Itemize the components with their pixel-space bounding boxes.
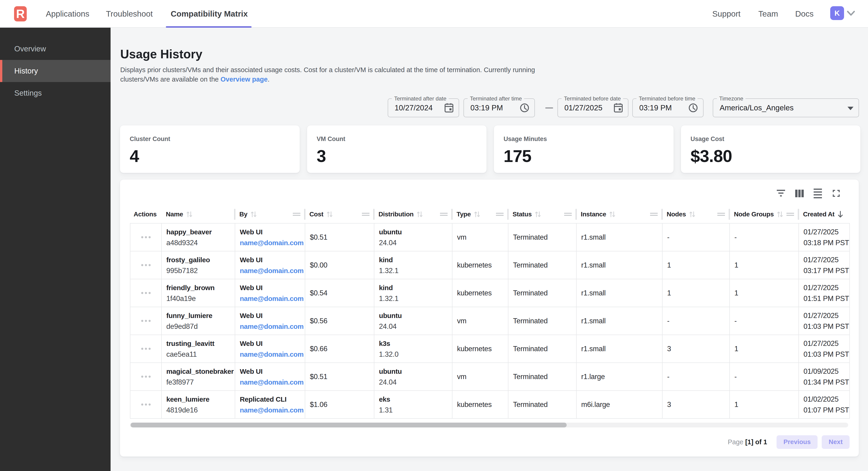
- sort-icon[interactable]: [609, 210, 616, 218]
- column-separator[interactable]: [234, 209, 236, 220]
- calendar-icon[interactable]: [614, 103, 623, 113]
- sidebar-item-settings[interactable]: Settings: [0, 82, 111, 104]
- nav-item-team[interactable]: Team: [758, 0, 778, 28]
- column-header-status[interactable]: Status: [508, 205, 576, 224]
- horizontal-scrollbar[interactable]: [130, 422, 848, 428]
- sort-icon[interactable]: [474, 210, 480, 218]
- column-resize-handle[interactable]: [293, 213, 300, 216]
- column-separator[interactable]: [373, 209, 375, 220]
- stat-card-usage-cost: Usage Cost $3.80: [681, 125, 861, 173]
- column-header-name[interactable]: Name: [161, 205, 235, 224]
- row-actions-menu[interactable]: [139, 234, 153, 241]
- column-header-created-at[interactable]: Created At: [799, 205, 850, 224]
- timezone-select[interactable]: Timezone America/Los_Angeles: [713, 98, 859, 117]
- email-link[interactable]: name@domain.com: [240, 377, 305, 388]
- column-separator[interactable]: [576, 209, 577, 220]
- created-time: 01:07 PM PST: [804, 405, 850, 415]
- nav-item-troubleshoot[interactable]: Troubleshoot: [106, 0, 153, 28]
- email-link[interactable]: name@domain.com: [240, 237, 305, 248]
- email-link[interactable]: name@domain.com: [240, 349, 305, 360]
- column-resize-handle[interactable]: [717, 213, 725, 216]
- cell-created-at: 01/27/202501:51 PM PST: [799, 279, 850, 307]
- row-actions-menu[interactable]: [139, 346, 153, 352]
- row-actions-menu[interactable]: [139, 318, 153, 324]
- sort-desc-icon[interactable]: [837, 210, 843, 218]
- created-time: 03:17 PM PST: [804, 265, 850, 276]
- nav-item-applications[interactable]: Applications: [46, 0, 89, 28]
- replicated-logo[interactable]: R: [14, 6, 27, 22]
- cluster-id: cae5ea11: [166, 349, 235, 360]
- chevron-down-icon[interactable]: [846, 10, 855, 17]
- nav-item-docs[interactable]: Docs: [795, 0, 814, 28]
- row-actions-menu[interactable]: [139, 290, 153, 296]
- column-header-type[interactable]: Type: [452, 205, 508, 224]
- column-header-by[interactable]: By: [235, 205, 305, 224]
- next-page-button[interactable]: Next: [822, 435, 849, 449]
- columns-icon[interactable]: [794, 188, 805, 199]
- column-header-nodes[interactable]: Nodes: [662, 205, 729, 224]
- avatar[interactable]: K: [830, 6, 844, 20]
- sort-icon[interactable]: [689, 210, 696, 218]
- clock-icon[interactable]: [520, 103, 529, 113]
- terminated-after-date-field[interactable]: Terminated after date 10/27/2024: [388, 98, 459, 117]
- calendar-icon[interactable]: [444, 103, 454, 113]
- column-separator[interactable]: [798, 209, 799, 220]
- nav-item-compatibility-matrix[interactable]: Compatibility Matrix: [171, 0, 248, 28]
- fullscreen-icon[interactable]: [831, 188, 842, 199]
- previous-page-button[interactable]: Previous: [777, 435, 817, 449]
- sort-icon[interactable]: [777, 210, 783, 218]
- column-resize-handle[interactable]: [650, 213, 658, 216]
- instance-value: r1.large: [581, 371, 662, 382]
- cell-cost: $0.00: [305, 252, 374, 279]
- column-resize-handle[interactable]: [440, 213, 447, 216]
- cluster-name: keen_lumiere: [166, 394, 235, 405]
- created-date: 01/27/2025: [804, 310, 850, 321]
- filter-icon[interactable]: [775, 188, 786, 199]
- terminated-before-time-field[interactable]: Terminated before time 03:19 PM: [632, 98, 704, 117]
- email-link[interactable]: name@domain.com: [240, 265, 305, 276]
- row-actions-menu[interactable]: [139, 401, 153, 408]
- row-actions-menu[interactable]: [139, 373, 153, 380]
- column-resize-handle[interactable]: [564, 213, 572, 216]
- email-link[interactable]: name@domain.com: [240, 405, 305, 415]
- sidebar-item-history[interactable]: History: [0, 60, 111, 82]
- sort-icon[interactable]: [250, 210, 257, 218]
- sort-icon[interactable]: [186, 210, 193, 218]
- column-header-node-groups[interactable]: Node Groups: [729, 205, 799, 224]
- column-header-instance[interactable]: Instance: [576, 205, 662, 224]
- column-separator[interactable]: [304, 209, 306, 220]
- cell-node-groups: 1: [730, 252, 799, 279]
- column-separator[interactable]: [661, 209, 663, 220]
- cell-node-groups: -: [730, 224, 799, 251]
- column-header-cost[interactable]: Cost: [305, 205, 374, 224]
- column-header-distribution[interactable]: Distribution: [374, 205, 452, 224]
- email-link[interactable]: name@domain.com: [240, 293, 305, 304]
- overview-page-link[interactable]: Overview page: [220, 76, 268, 83]
- column-separator[interactable]: [728, 209, 730, 220]
- nav-item-support[interactable]: Support: [712, 0, 741, 28]
- cluster-name: friendly_brown: [166, 282, 235, 293]
- terminated-before-date-field[interactable]: Terminated before date 01/27/2025: [557, 98, 628, 117]
- column-resize-handle[interactable]: [496, 213, 503, 216]
- density-icon[interactable]: [812, 188, 823, 199]
- clock-icon[interactable]: [688, 103, 698, 113]
- table-header-row: Actions Name By Cost Distribution Type S…: [130, 205, 850, 224]
- sort-icon[interactable]: [416, 210, 423, 218]
- cell-nodes: -: [662, 307, 730, 334]
- email-link[interactable]: name@domain.com: [240, 321, 305, 332]
- scrollbar-thumb[interactable]: [131, 422, 567, 428]
- row-actions-menu[interactable]: [139, 262, 153, 268]
- column-resize-handle[interactable]: [786, 213, 794, 216]
- column-separator[interactable]: [507, 209, 509, 220]
- sidebar-item-overview[interactable]: Overview: [0, 38, 111, 60]
- column-separator[interactable]: [451, 209, 453, 220]
- sort-icon[interactable]: [326, 210, 333, 218]
- distribution-version: 24.04: [379, 237, 452, 248]
- nodes-value: 1: [667, 288, 729, 298]
- sort-icon[interactable]: [534, 210, 541, 218]
- cell-nodes: 3: [662, 335, 730, 362]
- stat-value: 4: [130, 146, 300, 166]
- column-resize-handle[interactable]: [362, 213, 370, 216]
- terminated-after-time-field[interactable]: Terminated after time 03:19 PM: [464, 98, 535, 117]
- nodes-value: -: [667, 371, 729, 382]
